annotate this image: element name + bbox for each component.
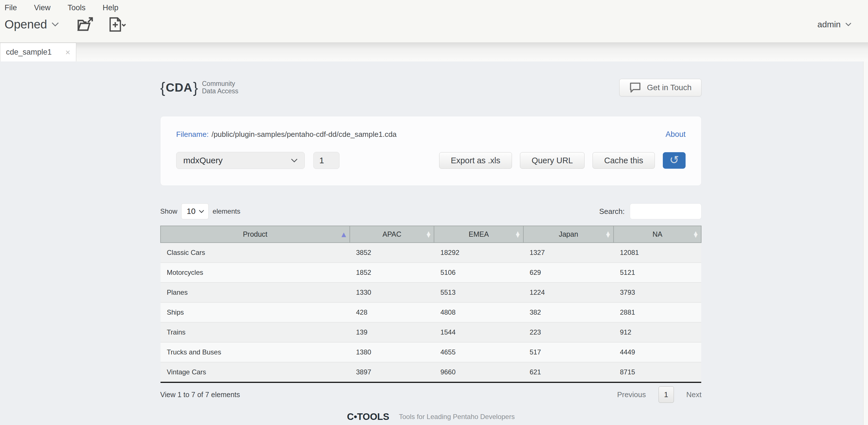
chevron-down-icon	[199, 210, 204, 214]
page: FileViewToolsHelp Opened	[0, 0, 868, 425]
value-cell: 621	[523, 362, 614, 382]
ctools-logo: C•TOOLS	[347, 411, 389, 422]
sort-ascending-icon: ▲	[342, 231, 346, 237]
table-row: Trucks and Buses138046555174449	[160, 342, 701, 362]
chevron-down-icon	[845, 23, 851, 27]
query-panel: Filename: /public/plugin-samples/pentaho…	[160, 116, 702, 186]
column-header-apac[interactable]: APAC▲▼	[350, 226, 434, 243]
opened-dropdown-label: Opened	[5, 18, 47, 31]
value-cell: 139	[350, 322, 434, 342]
sort-icon: ▲▼	[516, 231, 520, 237]
value-cell: 8715	[614, 362, 701, 382]
value-cell: 223	[523, 322, 614, 342]
value-cell: 9660	[434, 362, 523, 382]
tab-close-icon[interactable]: ×	[65, 48, 70, 57]
query-row: mdxQuery Export as .xls Query URL Cache …	[176, 152, 686, 169]
product-cell: Classic Cars	[160, 243, 350, 263]
brand-row: { CDA } Community Data Access Get in Tou…	[160, 77, 702, 98]
column-header-japan[interactable]: Japan▲▼	[523, 226, 614, 243]
page-size-select[interactable]: 10	[181, 203, 209, 219]
app-header: FileViewToolsHelp Opened	[0, 0, 868, 43]
column-header-label: APAC	[382, 230, 401, 238]
query-select-value: mdxQuery	[183, 156, 222, 165]
scrollbar-track[interactable]	[863, 61, 868, 425]
menu-item-file[interactable]: File	[5, 2, 20, 13]
cache-this-button[interactable]: Cache this	[592, 152, 655, 169]
filename-row: Filename: /public/plugin-samples/pentaho…	[176, 130, 686, 139]
elements-label: elements	[213, 207, 240, 215]
value-cell: 3793	[614, 283, 701, 302]
value-cell: 382	[523, 302, 614, 322]
product-cell: Vintage Cars	[160, 362, 350, 382]
speech-bubble-icon	[629, 82, 641, 93]
table-row: Vintage Cars389796606218715	[160, 362, 701, 382]
column-header-label: NA	[653, 230, 662, 238]
refresh-button[interactable]: ↺	[663, 152, 686, 169]
parameter-input[interactable]	[313, 152, 340, 169]
page-1-button[interactable]: 1	[658, 386, 674, 403]
value-cell: 4655	[434, 342, 523, 362]
value-cell: 1852	[350, 263, 434, 283]
logo-tagline: Community Data Access	[202, 80, 239, 95]
footer: C•TOOLS Tools for Leading Pentaho Develo…	[160, 411, 702, 422]
menu-item-help[interactable]: Help	[103, 2, 122, 13]
value-cell: 4808	[434, 302, 523, 322]
get-in-touch-label: Get in Touch	[647, 83, 691, 92]
sort-icon: ▲▼	[606, 231, 610, 237]
value-cell: 3897	[350, 362, 434, 382]
tab-strip: cde_sample1 ×	[0, 43, 868, 61]
value-cell: 912	[614, 322, 701, 342]
value-cell: 1544	[434, 322, 523, 342]
value-cell: 1380	[350, 342, 434, 362]
pagination-row: View 1 to 7 of 7 elements Previous 1 Nex…	[160, 386, 702, 403]
open-folder-button[interactable]	[76, 17, 94, 32]
table-header-row: Product▲APAC▲▼EMEA▲▼Japan▲▼NA▲▼	[160, 226, 701, 243]
table-row: Motorcycles185251066295121	[160, 263, 701, 283]
query-url-button[interactable]: Query URL	[520, 152, 585, 169]
results-table: Product▲APAC▲▼EMEA▲▼Japan▲▼NA▲▼ Classic …	[160, 226, 702, 383]
product-cell: Planes	[160, 283, 350, 302]
product-cell: Motorcycles	[160, 263, 350, 283]
menubar: FileViewToolsHelp	[0, 0, 868, 13]
previous-button[interactable]: Previous	[617, 390, 646, 399]
logo-name: CDA	[165, 81, 193, 94]
menu-item-tools[interactable]: Tools	[68, 2, 89, 13]
value-cell: 3852	[350, 243, 434, 263]
footer-tagline: Tools for Leading Pentaho Developers	[399, 413, 515, 421]
cda-logo: { CDA } Community Data Access	[160, 80, 239, 95]
show-label: Show	[160, 207, 177, 215]
menu-item-view[interactable]: View	[34, 2, 54, 13]
value-cell: 2881	[614, 302, 701, 322]
search-input[interactable]	[630, 203, 702, 219]
toolbar-icons	[76, 17, 127, 32]
column-header-emea[interactable]: EMEA▲▼	[434, 226, 523, 243]
tab-cde-sample1[interactable]: cde_sample1 ×	[0, 43, 76, 61]
opened-dropdown[interactable]: Opened	[5, 18, 59, 31]
user-menu[interactable]: admin	[817, 20, 851, 29]
sort-icon: ▲▼	[427, 231, 430, 237]
value-cell: 5106	[434, 263, 523, 283]
value-cell: 18292	[434, 243, 523, 263]
table-row: Ships42848083822881	[160, 302, 701, 322]
pager: Previous 1 Next	[617, 386, 702, 403]
value-cell: 629	[523, 263, 614, 283]
product-cell: Ships	[160, 302, 350, 322]
table-head: Product▲APAC▲▼EMEA▲▼Japan▲▼NA▲▼	[160, 226, 701, 243]
get-in-touch-button[interactable]: Get in Touch	[619, 79, 702, 96]
value-cell: 1330	[350, 283, 434, 302]
new-file-button[interactable]	[108, 17, 127, 32]
about-link[interactable]: About	[665, 130, 686, 139]
chevron-down-icon	[52, 22, 59, 27]
next-button[interactable]: Next	[686, 390, 702, 399]
refresh-icon: ↺	[669, 154, 679, 166]
page-size-value: 10	[187, 207, 195, 216]
search-wrap: Search:	[599, 203, 702, 219]
user-name: admin	[817, 20, 841, 29]
export-xls-button[interactable]: Export as .xls	[439, 152, 512, 169]
column-header-product[interactable]: Product▲	[160, 226, 350, 243]
column-header-na[interactable]: NA▲▼	[614, 226, 701, 243]
chevron-down-icon	[291, 159, 298, 163]
value-cell: 1224	[523, 283, 614, 302]
logo-brace-right: }	[193, 80, 198, 95]
query-select[interactable]: mdxQuery	[176, 152, 305, 169]
